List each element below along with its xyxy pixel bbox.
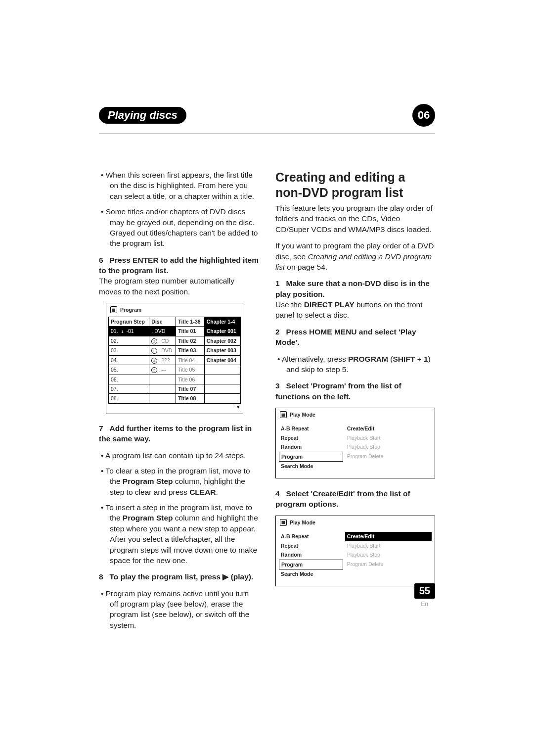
play-mode-right-item: Program Delete bbox=[345, 452, 432, 461]
play-mode-right-list: Create/EditPlayback StartPlayback StopPr… bbox=[345, 532, 432, 578]
step-6: 6 Press ENTER to add the highlighted ite… bbox=[99, 255, 259, 297]
cell-step: 07. bbox=[109, 384, 149, 394]
cell-disc: . DVD bbox=[149, 327, 176, 336]
step-heading: To play the program list, press ▶ (play)… bbox=[110, 572, 254, 581]
step-number: 7 bbox=[99, 424, 103, 432]
play-mode-title: ▦ Play Mode bbox=[276, 408, 435, 421]
cell-chapter: Chapter 001 bbox=[204, 327, 240, 336]
text-bold: SHIFT bbox=[393, 355, 415, 363]
play-mode-left-list: A-B RepeatRepeatRandomProgramSearch Mode bbox=[279, 424, 343, 471]
chapter-number-badge: 06 bbox=[412, 104, 435, 127]
intro-bullet: When this screen first appears, the firs… bbox=[110, 170, 259, 201]
play-mode-left-item: Search Mode bbox=[279, 462, 343, 471]
play-mode-title-label: Play Mode bbox=[290, 519, 315, 526]
table-row: 05.5. ---Title 05 bbox=[109, 365, 241, 375]
cell-chapter: Chapter 003 bbox=[204, 346, 240, 355]
cell-chapter bbox=[204, 394, 240, 403]
play-mode-right-list: Create/EditPlayback StartPlayback StopPr… bbox=[345, 424, 432, 471]
play-mode-body: A-B RepeatRepeatRandomProgramSearch Mode… bbox=[276, 421, 435, 477]
text-bold: 1 bbox=[424, 355, 428, 363]
cell-disc bbox=[149, 375, 176, 384]
step-4: 4 Select 'Create/Edit' from the list of … bbox=[275, 488, 435, 510]
play-mode-left-item: Program bbox=[279, 560, 343, 569]
play-mode-right-item: Program Delete bbox=[345, 560, 432, 568]
step-number: 2 bbox=[275, 328, 280, 336]
text-bold: CLEAR bbox=[189, 488, 216, 496]
text-bold: Program Step bbox=[123, 514, 173, 522]
program-ui-title: ▦ Program bbox=[106, 303, 243, 316]
play-mode-left-item: A-B Repeat bbox=[279, 424, 343, 433]
intro-bullet: Some titles and/or chapters of DVD discs… bbox=[110, 206, 259, 249]
cell-title: Title 08 bbox=[176, 394, 204, 403]
cell-title: Title 01 bbox=[176, 327, 204, 336]
list-item: To insert a step in the program list, mo… bbox=[110, 502, 259, 566]
text: Alternatively, press bbox=[282, 355, 348, 363]
step-3: 3 Select 'Program' from the list of func… bbox=[275, 380, 435, 402]
scroll-down-indicator: ▼ bbox=[108, 404, 241, 411]
list-item: A program list can contain up to 24 step… bbox=[110, 450, 259, 461]
cell-chapter: Chapter 004 bbox=[204, 355, 240, 365]
cell-disc: 3. DVD bbox=[149, 346, 176, 355]
table-row: 07.Title 07 bbox=[109, 384, 241, 394]
section-heading: Creating and editing a non-DVD program l… bbox=[275, 170, 435, 200]
table-row: 06.Title 06 bbox=[109, 375, 241, 384]
list-item: To clear a step in the program list, mov… bbox=[110, 466, 259, 497]
page-language: En bbox=[414, 601, 435, 608]
col-program-step: Program Step bbox=[109, 317, 149, 326]
page-number: 55 bbox=[414, 583, 435, 599]
cell-step: 02. bbox=[109, 336, 149, 345]
play-mode-left-item: A-B Repeat bbox=[279, 532, 343, 541]
step-7-bullets: A program list can contain up to 24 step… bbox=[99, 450, 259, 566]
cell-title: Title 07 bbox=[176, 384, 204, 394]
step-number: 8 bbox=[99, 572, 103, 581]
step-heading: Select 'Create/Edit' from the list of pr… bbox=[275, 489, 410, 508]
play-mode-left-item: Search Mode bbox=[279, 569, 343, 578]
list-item: Program play remains active until you tu… bbox=[110, 588, 259, 631]
cell-title: Title 05 bbox=[176, 365, 204, 375]
chapter-header: Playing discs 06 bbox=[99, 104, 435, 127]
intro-bullet-list: When this screen first appears, the firs… bbox=[99, 170, 259, 249]
cell-title: Title 03 bbox=[176, 346, 204, 355]
cell-step: 08. bbox=[109, 394, 149, 403]
text-bold: DIRECT PLAY bbox=[304, 300, 355, 309]
table-row: 01. 1-01. DVDTitle 01Chapter 001 bbox=[109, 327, 241, 336]
play-mode-left-item: Random bbox=[279, 550, 343, 559]
step-2: 2 Press HOME MENU and select 'Play Mode'… bbox=[275, 327, 435, 348]
page: Playing discs 06 When this screen first … bbox=[0, 0, 534, 756]
cell-title: Title 04 bbox=[176, 355, 204, 365]
step-body: The program step number automatically mo… bbox=[99, 277, 234, 295]
play-mode-right-item: Playback Stop bbox=[345, 442, 432, 451]
step-8-bullets: Program play remains active until you tu… bbox=[99, 588, 259, 631]
cell-step: 01. 1-01 bbox=[109, 327, 149, 336]
cell-chapter bbox=[204, 375, 240, 384]
step-number: 1 bbox=[275, 279, 280, 287]
step-8: 8 To play the program list, press ▶ (pla… bbox=[99, 571, 259, 582]
step-2-bullets: Alternatively, press PROGRAM (SHIFT + 1)… bbox=[275, 354, 435, 375]
step-number: 3 bbox=[275, 381, 280, 390]
text-bold: PROGRAM bbox=[348, 355, 388, 363]
step-heading: Add further items to the program list in… bbox=[99, 424, 252, 443]
text: . bbox=[216, 488, 218, 496]
cell-title: Title 06 bbox=[176, 375, 204, 384]
cell-chapter bbox=[204, 384, 240, 394]
play-mode-icon: ▦ bbox=[280, 519, 287, 526]
play-mode-left-item: Random bbox=[279, 442, 343, 451]
content-columns: When this screen first appears, the firs… bbox=[99, 170, 435, 636]
cell-step: 05. bbox=[109, 365, 149, 375]
program-icon: ▦ bbox=[110, 306, 117, 313]
play-mode-left-item: Repeat bbox=[279, 433, 343, 442]
play-mode-right-item: Create/Edit bbox=[345, 424, 432, 433]
step-heading: Make sure that a non-DVD disc is in the … bbox=[275, 279, 430, 298]
list-item: Alternatively, press PROGRAM (SHIFT + 1)… bbox=[286, 354, 435, 375]
col-title: Title 1-38 bbox=[176, 317, 204, 326]
page-footer: 55 En bbox=[414, 583, 435, 608]
right-column: Creating and editing a non-DVD program l… bbox=[275, 170, 435, 636]
program-table-wrap: Program Step Disc Title 1-38 Chapter 1-4… bbox=[106, 317, 243, 414]
play-mode-right-item: Playback Start bbox=[345, 541, 432, 550]
header-rule bbox=[99, 134, 435, 134]
chapter-label: Playing discs bbox=[99, 107, 186, 124]
cell-step: 04. bbox=[109, 355, 149, 365]
text: Use the bbox=[275, 300, 304, 309]
step-number: 4 bbox=[275, 489, 280, 498]
step-number: 6 bbox=[99, 256, 103, 264]
